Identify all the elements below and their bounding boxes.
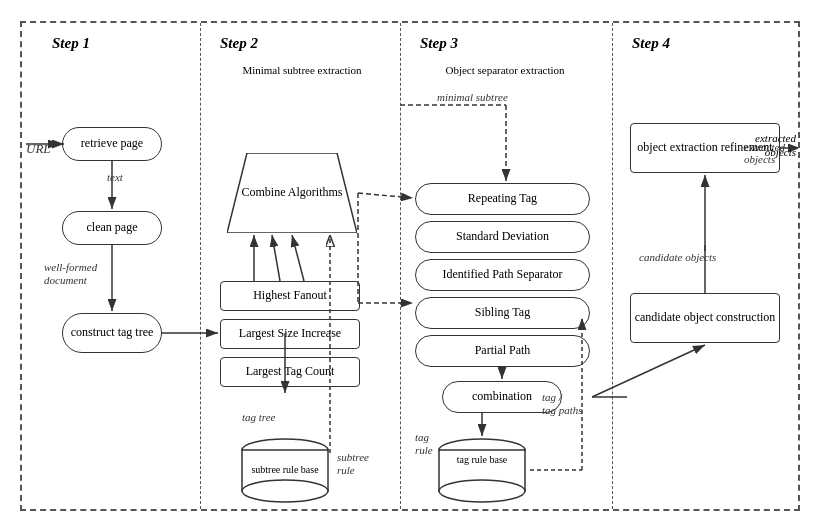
divider-1 [200,23,201,509]
extracted-objects-text: extractedobjects [755,131,796,160]
well-formed-doc-label: well-formeddocument [44,261,134,287]
combine-algorithms-node: Combine Algorithms [227,153,357,233]
svg-line-26 [592,345,705,397]
svg-line-17 [292,235,304,281]
highest-fanout-node: Highest Fanout [220,281,360,311]
step4-label: Step 4 [632,35,670,52]
step3-label: Step 3 [420,35,458,52]
identified-path-separator-node: Identified Path Separator [415,259,590,291]
sibling-tag-node: Sibling Tag [415,297,590,329]
standard-deviation-node: Standard Deviation [415,221,590,253]
candidate-objects-label: candidate objects [639,251,716,263]
diagram-container: Step 1 Step 2 Step 3 Step 4 Minimal subt… [20,21,800,511]
retrieve-page-node: retrieve page [62,127,162,161]
svg-point-6 [439,480,525,502]
tag-rule-base-node: tag rule base [437,438,527,503]
url-label: URL [26,141,51,157]
subtree-rule-base-node: subtree rule base [240,438,330,503]
largest-size-increase-node: Largest Size Increase [220,319,360,349]
svg-point-3 [242,480,328,502]
text-label: text [107,171,123,183]
construct-tag-tree-node: construct tag tree [62,313,162,353]
minimal-subtree-label: minimal subtree [437,91,508,103]
divider-2 [400,23,401,509]
divider-3 [612,23,613,509]
tag-tree-label: tag tree [242,411,276,423]
step2-subtitle: Minimal subtree extraction [217,63,387,77]
svg-line-18 [358,193,413,198]
repeating-tag-node: Repeating Tag [415,183,590,215]
svg-line-16 [272,235,280,281]
clean-page-node: clean page [62,211,162,245]
candidate-object-construction-node: candidate object construction [630,293,780,343]
largest-tag-count-node: Largest Tag Count [220,357,360,387]
step2-label: Step 2 [220,35,258,52]
subtree-rule-label: subtreerule [337,451,369,477]
step1-label: Step 1 [52,35,90,52]
step3-subtitle: Object separator extraction [410,63,600,77]
tag-rule-label: tagrule [415,431,433,457]
arrows-overlay [22,23,798,509]
tag-paths-label: tag /tag paths [542,391,583,417]
partial-path-node: Partial Path [415,335,590,367]
